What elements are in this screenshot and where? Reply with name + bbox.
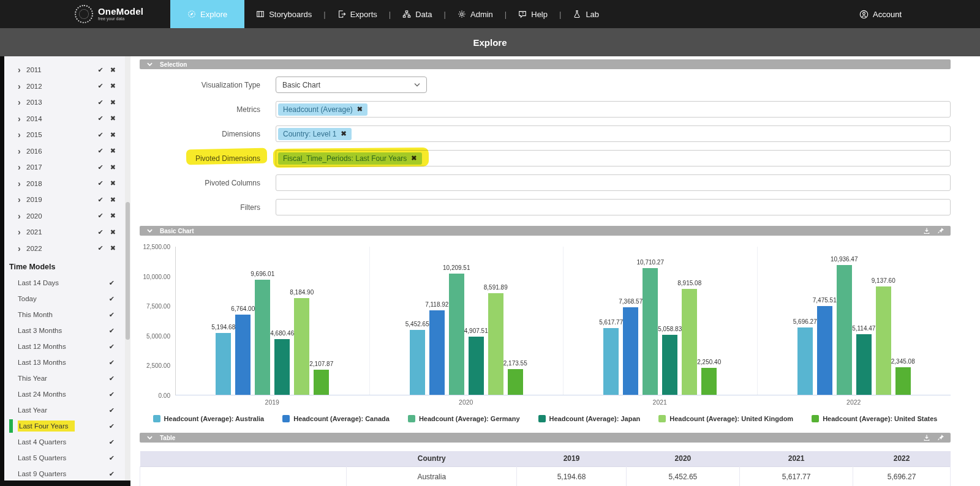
pin-icon[interactable] — [937, 434, 944, 441]
time-model-item[interactable]: Last 24 Months✔ — [4, 386, 130, 402]
sidebar-scrollbar-thumb[interactable] — [126, 202, 130, 340]
check-icon[interactable]: ✔ — [98, 179, 104, 187]
chart-bar[interactable]: 5,058.83 — [662, 335, 677, 395]
chart-bar[interactable]: 2,107.87 — [314, 370, 329, 395]
check-icon[interactable]: ✔ — [109, 406, 115, 414]
chevron-right-icon[interactable]: › — [18, 211, 26, 221]
chart-bar[interactable]: 7,368.57 — [623, 307, 638, 395]
check-icon[interactable]: ✔ — [109, 422, 115, 430]
check-icon[interactable]: ✔ — [98, 163, 104, 171]
chart-bar[interactable]: 7,475.51 — [817, 306, 832, 395]
chevron-right-icon[interactable]: › — [18, 65, 26, 75]
check-icon[interactable]: ✔ — [98, 147, 104, 155]
chevron-right-icon[interactable]: › — [18, 244, 26, 253]
legend-item[interactable]: Headcount (Average): Japan — [538, 415, 641, 422]
nav-item-data[interactable]: Data — [391, 0, 443, 28]
chevron-down-icon[interactable] — [147, 436, 153, 439]
chart-bar[interactable]: 2,173.55 — [508, 369, 523, 395]
chevron-right-icon[interactable]: › — [18, 162, 26, 172]
check-icon[interactable]: ✔ — [98, 212, 104, 220]
sidebar-year-row[interactable]: ›2017✔✖ — [4, 159, 130, 176]
sidebar-year-row[interactable]: ›2021✔✖ — [4, 224, 130, 241]
chip-remove-icon[interactable]: ✖ — [341, 130, 346, 138]
nav-item-admin[interactable]: Admin — [446, 0, 505, 28]
chevron-right-icon[interactable]: › — [18, 97, 26, 107]
check-icon[interactable]: ✔ — [98, 82, 104, 90]
check-icon[interactable]: ✔ — [109, 295, 115, 303]
chart-bar[interactable]: 4,680.46 — [274, 339, 290, 395]
sidebar-year-row[interactable]: ›2016✔✖ — [4, 143, 130, 160]
time-model-item[interactable]: Last Year✔ — [4, 402, 130, 418]
legend-item[interactable]: Headcount (Average): Canada — [282, 415, 390, 422]
remove-icon[interactable]: ✖ — [110, 147, 116, 155]
nav-item-storyboards[interactable]: Storyboards — [244, 0, 323, 28]
chart-bar[interactable]: 9,137.60 — [876, 286, 891, 395]
legend-item[interactable]: Headcount (Average): United Kingdom — [658, 415, 793, 422]
selection-panel-header[interactable]: Selection — [140, 59, 951, 69]
time-model-item[interactable]: Last 4 Quarters✔ — [4, 434, 130, 450]
chevron-right-icon[interactable]: › — [18, 146, 26, 156]
chevron-down-icon[interactable] — [147, 62, 153, 66]
sidebar-year-row[interactable]: ›2012✔✖ — [4, 78, 130, 95]
sidebar-year-row[interactable]: ›2013✔✖ — [4, 94, 130, 111]
remove-icon[interactable]: ✖ — [110, 179, 116, 187]
time-model-item[interactable]: Last 14 Days✔ — [4, 275, 130, 291]
chart-panel-header[interactable]: Basic Chart — [140, 226, 951, 236]
remove-icon[interactable]: ✖ — [110, 99, 116, 107]
remove-icon[interactable]: ✖ — [110, 212, 116, 220]
remove-icon[interactable]: ✖ — [110, 244, 116, 252]
sidebar-year-row[interactable]: ›2018✔✖ — [4, 176, 130, 192]
time-model-item[interactable]: Last 3 Months✔ — [4, 323, 130, 338]
chart-bar[interactable]: 8,591.89 — [488, 293, 503, 395]
sidebar-year-row[interactable]: ›2011✔✖ — [4, 62, 130, 78]
time-model-item-selected[interactable]: Last Four Years✔ — [4, 418, 130, 434]
chevron-down-icon[interactable] — [147, 229, 153, 233]
check-icon[interactable]: ✔ — [109, 454, 115, 462]
chart-bar[interactable]: 9,696.01 — [255, 280, 270, 395]
sidebar-year-row[interactable]: ›2015✔✖ — [4, 127, 130, 143]
chevron-right-icon[interactable]: › — [18, 179, 26, 189]
metrics-input[interactable]: Headcount (Average)✖ — [276, 101, 951, 118]
chart-bar[interactable]: 5,114.47 — [856, 334, 872, 395]
chart-bar[interactable]: 10,209.51 — [449, 274, 464, 395]
nav-item-help[interactable]: ?Help — [507, 0, 559, 28]
time-model-item[interactable]: This Year✔ — [4, 370, 130, 386]
check-icon[interactable]: ✔ — [109, 359, 115, 367]
check-icon[interactable]: ✔ — [98, 114, 104, 122]
check-icon[interactable]: ✔ — [98, 131, 104, 139]
chevron-right-icon[interactable]: › — [18, 81, 26, 91]
remove-icon[interactable]: ✖ — [110, 131, 116, 139]
chart-bar[interactable]: 10,710.27 — [643, 268, 658, 395]
export-download-icon[interactable] — [923, 227, 930, 234]
check-icon[interactable]: ✔ — [109, 311, 115, 319]
remove-icon[interactable]: ✖ — [110, 66, 116, 74]
pivoted-dimensions-input[interactable]: Fiscal_Time_Periods: Last Four Years✖ — [276, 150, 951, 166]
chart-bar[interactable]: 5,696.27 — [797, 327, 813, 395]
chart-bar[interactable]: 2,250.40 — [701, 368, 717, 395]
chip-remove-icon[interactable]: ✖ — [357, 105, 363, 113]
chart-bar[interactable]: 10,936.47 — [837, 265, 852, 395]
brand-logo[interactable]: OneModel free your data — [75, 0, 143, 28]
check-icon[interactable]: ✔ — [98, 66, 104, 74]
check-icon[interactable]: ✔ — [109, 279, 115, 287]
remove-icon[interactable]: ✖ — [110, 114, 116, 122]
table-row[interactable]: Australia5,194.685,452.655,617.775,696.2… — [140, 466, 951, 486]
nav-item-exports[interactable]: Exports — [326, 0, 389, 28]
time-model-item[interactable]: This Month✔ — [4, 307, 130, 323]
remove-icon[interactable]: ✖ — [110, 196, 116, 204]
export-download-icon[interactable] — [923, 434, 930, 441]
check-icon[interactable]: ✔ — [109, 375, 115, 383]
sidebar-scrollbar[interactable] — [125, 56, 130, 486]
chart-bar[interactable]: 8,184.90 — [294, 298, 309, 395]
chart-bar[interactable]: 4,907.51 — [469, 337, 484, 395]
chart-bar[interactable]: 5,617.77 — [603, 328, 619, 395]
nav-item-lab[interactable]: Lab — [561, 0, 611, 28]
time-model-item[interactable]: Today✔ — [4, 291, 130, 307]
chart-bar[interactable]: 6,764.00 — [235, 315, 251, 395]
filters-input[interactable] — [276, 199, 951, 215]
nav-account-button[interactable]: Account — [859, 0, 902, 28]
check-icon[interactable]: ✔ — [98, 228, 104, 236]
chart-bar[interactable]: 5,194.68 — [216, 333, 231, 395]
remove-icon[interactable]: ✖ — [110, 228, 116, 236]
chevron-right-icon[interactable]: › — [18, 227, 26, 237]
